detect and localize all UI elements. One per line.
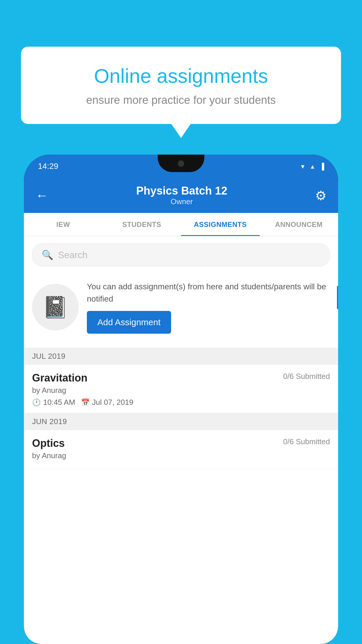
header-title-block: Physics Batch 12 Owner [136, 185, 227, 206]
status-time: 14:29 [38, 162, 58, 171]
speech-bubble-card: Online assignments ensure more practice … [21, 47, 341, 124]
tab-assignments[interactable]: ASSIGNMENTS [181, 213, 260, 236]
phone-notch [158, 155, 204, 172]
assignment-by: by Anurag [32, 386, 330, 395]
promo-text-block: You can add assignment(s) from here and … [87, 281, 330, 334]
search-placeholder: Search [58, 250, 87, 260]
speech-bubble-title: Online assignments [44, 64, 318, 88]
add-assignment-button[interactable]: Add Assignment [87, 311, 171, 334]
assignment-meta: 🕐 10:45 AM 📅 Jul 07, 2019 [32, 398, 330, 407]
search-bar[interactable]: 🔍 Search [32, 243, 330, 267]
front-camera [178, 160, 184, 167]
battery-icon [319, 162, 324, 170]
section-header-jul: JUL 2019 [24, 348, 338, 365]
notebook-icon: 📓 [42, 295, 68, 320]
settings-icon[interactable]: ⚙ [315, 188, 326, 203]
phone-screen: 14:29 ← Physics Batch 12 Owner ⚙ IEW STU… [24, 155, 338, 644]
section-header-jun: JUN 2019 [24, 413, 338, 430]
tab-iew[interactable]: IEW [24, 213, 103, 236]
app-header: ← Physics Batch 12 Owner ⚙ [24, 178, 338, 213]
back-button[interactable]: ← [36, 188, 48, 203]
batch-role: Owner [136, 197, 227, 206]
phone-frame: 14:29 ← Physics Batch 12 Owner ⚙ IEW STU… [24, 155, 338, 644]
meta-date: 📅 Jul 07, 2019 [81, 398, 133, 407]
assignment-top-optics: Optics 0/6 Submitted [32, 437, 330, 449]
content-area: 🔍 Search 📓 You can add assignment(s) fro… [24, 236, 338, 644]
tab-students[interactable]: STUDENTS [103, 213, 181, 236]
assignment-name-optics: Optics [32, 437, 65, 449]
assignment-name: Gravitation [32, 372, 87, 384]
promo-icon-circle: 📓 [32, 284, 79, 330]
assignment-time: 10:45 AM [43, 398, 75, 407]
assignment-submitted-optics: 0/6 Submitted [283, 437, 330, 446]
promo-description: You can add assignment(s) from here and … [87, 281, 330, 305]
tabs-bar: IEW STUDENTS ASSIGNMENTS ANNOUNCEM [24, 213, 338, 236]
promo-card: 📓 You can add assignment(s) from here an… [32, 272, 330, 342]
calendar-icon: 📅 [81, 398, 90, 407]
status-icons [300, 162, 324, 170]
assignment-date: Jul 07, 2019 [92, 398, 133, 407]
search-icon: 🔍 [42, 249, 53, 260]
batch-title: Physics Batch 12 [136, 185, 227, 197]
tab-announcements[interactable]: ANNOUNCEM [260, 213, 338, 236]
meta-time: 🕐 10:45 AM [32, 398, 75, 407]
signal-icon [310, 162, 316, 170]
assignment-item-gravitation[interactable]: Gravitation 0/6 Submitted by Anurag 🕐 10… [24, 365, 338, 413]
assignment-item-optics[interactable]: Optics 0/6 Submitted by Anurag [24, 430, 338, 469]
wifi-icon [300, 162, 306, 170]
assignment-top: Gravitation 0/6 Submitted [32, 372, 330, 384]
speech-bubble-subtitle: ensure more practice for your students [44, 94, 318, 106]
power-button [337, 286, 338, 309]
clock-icon: 🕐 [32, 398, 41, 407]
assignment-submitted: 0/6 Submitted [283, 372, 330, 381]
assignment-by-optics: by Anurag [32, 451, 330, 460]
